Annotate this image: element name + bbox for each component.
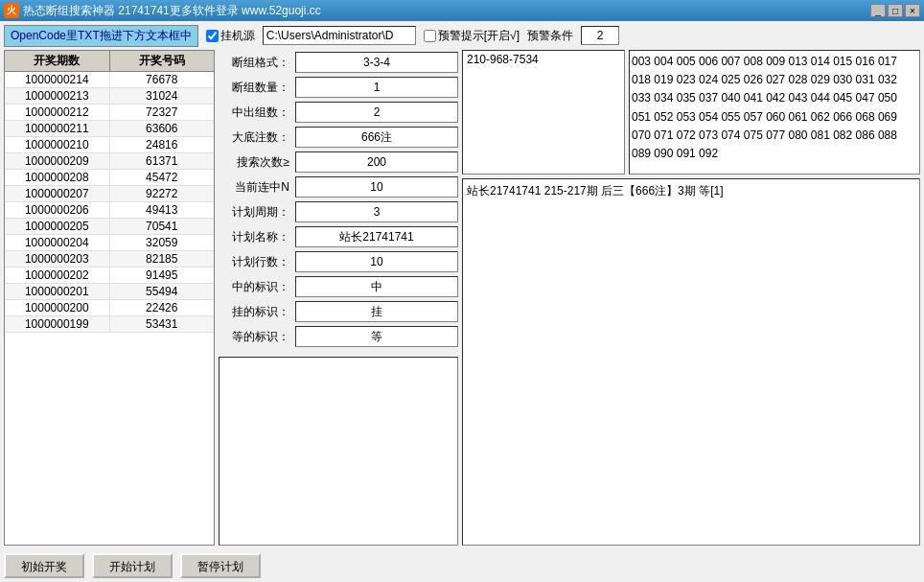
form-label: 当前连中N bbox=[219, 179, 295, 196]
form-textarea[interactable] bbox=[219, 357, 458, 546]
form-field-input[interactable] bbox=[295, 52, 458, 73]
cell-number: 82185 bbox=[110, 251, 215, 267]
cell-number: 91495 bbox=[110, 268, 215, 283]
header-number: 开奖号码 bbox=[110, 51, 215, 71]
cell-period: 1000000199 bbox=[5, 316, 110, 332]
table-row[interactable]: 100000020155494 bbox=[5, 284, 214, 300]
cell-number: 45472 bbox=[110, 170, 215, 185]
form-row: 计划行数： bbox=[219, 249, 458, 274]
form-row: 挂的标识： bbox=[219, 299, 458, 324]
form-row: 等的标识： bbox=[219, 324, 458, 349]
phone-input-box bbox=[462, 50, 625, 175]
title-text: 热态断组搜索神器 21741741更多软件登录 www.52guoji.cc bbox=[23, 3, 321, 19]
app-icon: 火 bbox=[4, 3, 19, 18]
table-row[interactable]: 100000020432059 bbox=[5, 235, 214, 251]
table-row[interactable]: 100000020649413 bbox=[5, 202, 214, 219]
form-textarea-container bbox=[219, 353, 458, 546]
cell-number: 31024 bbox=[110, 88, 215, 104]
minimize-button[interactable]: _ bbox=[870, 4, 886, 17]
maximize-button[interactable]: □ bbox=[888, 4, 903, 17]
number-grid-box: 003 004 005 006 007 008 009 013 014 015 … bbox=[629, 50, 920, 175]
form-field-input[interactable] bbox=[295, 326, 458, 347]
form-field-input[interactable] bbox=[295, 251, 458, 272]
form-field-input[interactable] bbox=[295, 301, 458, 322]
cell-period: 1000000212 bbox=[5, 105, 110, 120]
table-row[interactable]: 100000020961371 bbox=[5, 153, 214, 170]
form-label: 计划行数： bbox=[219, 254, 295, 270]
table-row[interactable]: 100000021272327 bbox=[5, 105, 214, 121]
cell-number: 61371 bbox=[110, 153, 215, 169]
form-row: 搜索次数≥ bbox=[219, 150, 458, 175]
pause-button[interactable]: 暂停计划 bbox=[180, 553, 261, 578]
table-row[interactable]: 100000021476678 bbox=[5, 72, 214, 88]
cell-number: 22426 bbox=[110, 300, 215, 315]
form-field-input[interactable] bbox=[295, 201, 458, 222]
form-field-input[interactable] bbox=[295, 77, 458, 98]
cell-number: 55494 bbox=[110, 284, 215, 299]
cell-number: 49413 bbox=[110, 202, 215, 218]
right-top: 003 004 005 006 007 008 009 013 014 015 … bbox=[462, 50, 920, 175]
form-rows-container: 断组格式：断组数量：中出组数：大底注数：搜索次数≥当前连中N计划周期：计划名称：… bbox=[219, 50, 458, 349]
table-body[interactable]: 1000000214766781000000213310241000000212… bbox=[5, 72, 214, 545]
table-row[interactable]: 100000020382185 bbox=[5, 251, 214, 268]
start-button[interactable]: 初始开奖 bbox=[4, 553, 84, 578]
form-field-input[interactable] bbox=[295, 127, 458, 148]
table-row[interactable]: 100000019953431 bbox=[5, 316, 214, 333]
close-button[interactable]: × bbox=[905, 4, 920, 17]
form-field-input[interactable] bbox=[295, 226, 458, 247]
result-box: 站长21741741 215-217期 后三【666注】3期 等[1] bbox=[462, 178, 920, 546]
app-icon-text: 火 bbox=[7, 4, 16, 17]
top-row: OpenCode里TXT拖进下方文本框中 挂机源 预警提示[开启√] 预警条件 bbox=[4, 25, 920, 46]
warning-value-input[interactable] bbox=[581, 26, 619, 45]
form-row: 中的标识： bbox=[219, 274, 458, 299]
cell-period: 1000000214 bbox=[5, 72, 110, 87]
cell-period: 1000000205 bbox=[5, 219, 110, 234]
cell-number: 32059 bbox=[110, 235, 215, 250]
jijiyuan-label: 挂机源 bbox=[220, 28, 255, 44]
path-input[interactable] bbox=[263, 26, 416, 45]
plan-button[interactable]: 开始计划 bbox=[92, 553, 173, 578]
warning-label: 预警提示[开启√] bbox=[438, 28, 520, 44]
form-field-input[interactable] bbox=[295, 102, 458, 123]
cell-number: 72327 bbox=[110, 105, 215, 120]
table-row[interactable]: 100000021163606 bbox=[5, 121, 214, 137]
jijiyuan-checkbox[interactable] bbox=[206, 30, 219, 42]
form-label: 断组数量： bbox=[219, 80, 295, 96]
form-field-input[interactable] bbox=[295, 176, 458, 198]
form-row: 断组格式： bbox=[219, 50, 458, 75]
jijiyuan-checkbox-group: 挂机源 bbox=[206, 28, 255, 44]
data-table: 开奖期数 开奖号码 100000021476678100000021331024… bbox=[4, 50, 215, 546]
form-row: 中出组数： bbox=[219, 100, 458, 125]
table-row[interactable]: 100000021024816 bbox=[5, 137, 214, 153]
table-row[interactable]: 100000020570541 bbox=[5, 219, 214, 235]
opencode-label: OpenCode里TXT拖进下方文本框中 bbox=[4, 25, 198, 47]
warning-checkbox[interactable] bbox=[424, 30, 436, 42]
form-label: 大底注数： bbox=[219, 129, 295, 146]
table-row[interactable]: 100000020022426 bbox=[5, 300, 214, 316]
form-row: 计划周期： bbox=[219, 199, 458, 224]
title-bar-left: 火 热态断组搜索神器 21741741更多软件登录 www.52guoji.cc bbox=[4, 3, 321, 19]
title-bar-buttons[interactable]: _ □ × bbox=[870, 4, 920, 17]
form-row: 大底注数： bbox=[219, 125, 458, 150]
header-period: 开奖期数 bbox=[5, 51, 110, 71]
cell-number: 63606 bbox=[110, 121, 215, 136]
center-panel: 断组格式：断组数量：中出组数：大底注数：搜索次数≥当前连中N计划周期：计划名称：… bbox=[219, 50, 458, 546]
table-row[interactable]: 100000021331024 bbox=[5, 88, 214, 105]
form-field-input[interactable] bbox=[295, 151, 458, 173]
table-row[interactable]: 100000020291495 bbox=[5, 268, 214, 284]
table-row[interactable]: 100000020792272 bbox=[5, 186, 214, 202]
cell-period: 1000000202 bbox=[5, 268, 110, 283]
cell-period: 1000000200 bbox=[5, 300, 110, 315]
form-label: 搜索次数≥ bbox=[219, 154, 295, 171]
phone-input-field[interactable] bbox=[467, 53, 620, 172]
table-row[interactable]: 100000020845472 bbox=[5, 170, 214, 186]
form-row: 计划名称： bbox=[219, 224, 458, 249]
cell-period: 1000000210 bbox=[5, 137, 110, 152]
form-field-input[interactable] bbox=[295, 276, 458, 297]
right-section: 003 004 005 006 007 008 009 013 014 015 … bbox=[462, 50, 920, 546]
cell-period: 1000000204 bbox=[5, 235, 110, 250]
cell-period: 1000000207 bbox=[5, 186, 110, 201]
cell-period: 1000000203 bbox=[5, 251, 110, 267]
cell-number: 70541 bbox=[110, 219, 215, 234]
form-label: 中的标识： bbox=[219, 279, 295, 295]
